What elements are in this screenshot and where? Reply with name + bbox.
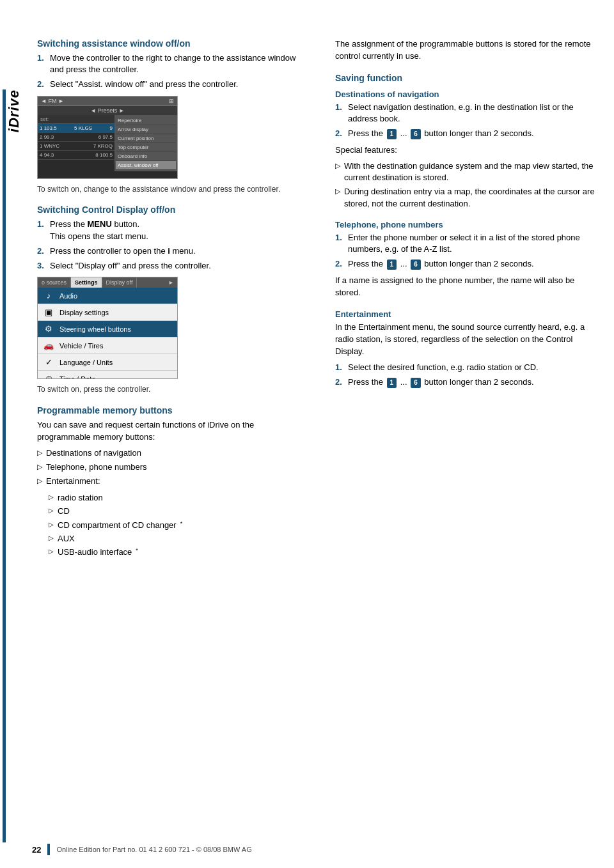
settings-item-steering[interactable]: ⚙ Steering wheel buttons xyxy=(38,321,177,337)
step-2: 2. Select "Assist. window off" and press… xyxy=(37,79,303,90)
programmable-bullets: Destinations of navigation Telephone, ph… xyxy=(37,447,303,488)
menu-item-repertoire: Repertoire xyxy=(116,116,176,125)
bullet-telephone: Telephone, phone numbers xyxy=(37,461,303,473)
screen-row-4: 4 94.38 100.5 xyxy=(38,151,114,160)
ent-step-1: 1. Select the desired function, e.g. rad… xyxy=(335,362,601,373)
telephone-note: If a name is assigned to the phone numbe… xyxy=(335,275,601,299)
heading-telephone: Telephone, phone numbers xyxy=(335,220,601,229)
screen-right-menu: Repertoire Arrow display Current positio… xyxy=(114,115,177,171)
special-features-bullets: With the destination guidance system and… xyxy=(335,160,601,210)
sub-bullet-radio: radio station xyxy=(49,492,303,504)
programmable-note: The assignment of the programmable butto… xyxy=(335,38,601,63)
screen-row-3: 1 WNYC7 KROQ xyxy=(38,142,114,151)
tab-settings[interactable]: Settings xyxy=(71,277,102,288)
language-icon: ✓ xyxy=(43,357,54,367)
left-column: Switching assistance window off/on 1. Mo… xyxy=(37,38,310,842)
cd-step-2: 2. Press the controller to open the i me… xyxy=(37,245,303,257)
cd-step-1: 1. Press the MENU button.This opens the … xyxy=(37,219,303,242)
settings-tab-bar: o sources Settings Display off ► xyxy=(38,277,177,288)
heading-saving-function: Saving function xyxy=(335,73,601,83)
audio-icon: ♪ xyxy=(43,291,54,300)
ent-btn-6-badge: 6 xyxy=(411,378,421,388)
entertainment-intro: In the Entertainment menu, the sound sou… xyxy=(335,322,601,358)
page-footer: 22 Online Edition for Part no. 01 41 2 6… xyxy=(0,844,614,855)
time-icon: ◷ xyxy=(43,374,54,379)
page-number: 22 xyxy=(32,845,41,855)
subsection-telephone: Telephone, phone numbers 1. Enter the ph… xyxy=(335,220,601,299)
screen-left: set: 1 103.55 KLGS9 2 99.36 97.5 1 WNYC7… xyxy=(38,115,114,171)
vehicle-label: Vehicle / Tires xyxy=(59,342,103,350)
tab-sources[interactable]: o sources xyxy=(38,277,71,288)
display-icon: ▣ xyxy=(43,307,54,317)
switching-assistance-steps: 1. Move the controller to the right to c… xyxy=(37,52,303,91)
dest-step-2: 2. Press the 1 ... 6 button longer than … xyxy=(335,128,601,139)
caption-control-display: To switch on, press the controller. xyxy=(37,384,303,395)
dest-step-1: 1. Select navigation destination, e.g. i… xyxy=(335,102,601,125)
menu-item-arrow: Arrow display xyxy=(116,125,176,134)
footer-text: Online Edition for Part no. 01 41 2 600 … xyxy=(56,846,251,853)
section-switching-assistance: Switching assistance window off/on 1. Mo… xyxy=(37,38,303,194)
entertainment-steps: 1. Select the desired function, e.g. rad… xyxy=(335,362,601,388)
screen-presets: ◄ Presets ► xyxy=(38,106,177,115)
steering-icon: ⚙ xyxy=(43,324,54,334)
btn-1-badge: 1 xyxy=(387,129,397,139)
page-container: iDrive Switching assistance window off/o… xyxy=(0,0,614,868)
side-tab: iDrive xyxy=(0,38,24,842)
vehicle-icon: 🚗 xyxy=(43,341,54,350)
language-label: Language / Units xyxy=(59,359,113,366)
sub-bullet-cd: CD xyxy=(49,506,303,517)
programmable-note-block: The assignment of the programmable butto… xyxy=(335,38,601,63)
tel-step-2: 2. Press the 1 ... 6 button longer than … xyxy=(335,258,601,270)
bullet-entertainment: Entertainment: xyxy=(37,476,303,487)
i-bold: i xyxy=(168,246,170,256)
section-saving-function: Saving function Destinations of navigati… xyxy=(335,73,601,388)
section-control-display: Switching Control Display off/on 1. Pres… xyxy=(37,205,303,395)
menu-item-assist: Assist. window off xyxy=(116,161,176,170)
special-features-label: Special features: xyxy=(335,144,601,157)
sf-bullet-2: During destination entry via a map, the … xyxy=(335,186,601,209)
tel-btn-6-badge: 6 xyxy=(411,260,421,270)
telephone-steps: 1. Enter the phone number or select it i… xyxy=(335,232,601,270)
display-label: Display settings xyxy=(59,309,109,316)
screen-settings: o sources Settings Display off ► ♪ Audio… xyxy=(37,277,178,379)
destinations-steps: 1. Select navigation destination, e.g. i… xyxy=(335,102,601,140)
section-programmable-memory: Programmable memory buttons You can save… xyxy=(37,405,303,558)
heading-entertainment: Entertainment xyxy=(335,309,601,319)
footer-bar xyxy=(47,844,50,855)
right-column: The assignment of the programmable butto… xyxy=(329,38,601,842)
sf-bullet-1: With the destination guidance system and… xyxy=(335,160,601,183)
screen-row-1: 1 103.55 KLGS9 xyxy=(38,124,114,133)
screen-top-bar: ◄ FM ► ⊞ xyxy=(38,97,177,106)
settings-item-time[interactable]: ◷ Time / Date xyxy=(38,371,177,379)
menu-bold: MENU xyxy=(88,219,112,229)
sub-bullet-usb: USB-audio interface* xyxy=(49,546,303,558)
settings-item-display[interactable]: ▣ Display settings xyxy=(38,304,177,321)
subsection-entertainment: Entertainment In the Entertainment menu,… xyxy=(335,309,601,388)
menu-item-onboard: Onboard info xyxy=(116,152,176,161)
btn-6-badge: 6 xyxy=(411,129,421,139)
tel-step-1: 1. Enter the phone number or select it i… xyxy=(335,232,601,255)
tab-play[interactable]: ► xyxy=(165,277,177,288)
time-label: Time / Date xyxy=(59,375,95,380)
sub-bullet-aux: AUX xyxy=(49,533,303,545)
settings-item-audio[interactable]: ♪ Audio xyxy=(38,288,177,304)
caption-switching-assistance: To switch on, change to the assistance w… xyxy=(37,184,303,195)
tab-display-off[interactable]: Display off xyxy=(102,277,138,288)
screen-assistance-window: ◄ FM ► ⊞ ◄ Presets ► set: 1 103.55 KLGS9… xyxy=(37,96,178,179)
tel-btn-1-badge: 1 xyxy=(387,260,397,270)
bullet-destinations: Destinations of navigation xyxy=(37,447,303,459)
heading-programmable-memory: Programmable memory buttons xyxy=(37,405,303,415)
audio-label: Audio xyxy=(59,292,77,300)
main-content: Switching assistance window off/on 1. Mo… xyxy=(24,38,614,842)
settings-item-vehicle[interactable]: 🚗 Vehicle / Tires xyxy=(38,337,177,354)
ent-btn-1-badge: 1 xyxy=(387,378,397,388)
subsection-destinations: Destinations of navigation 1. Select nav… xyxy=(335,89,601,210)
heading-control-display: Switching Control Display off/on xyxy=(37,205,303,215)
screen-row-2: 2 99.36 97.5 xyxy=(38,133,114,142)
menu-item-current: Current position xyxy=(116,134,176,143)
side-blue-bar xyxy=(3,89,6,842)
heading-destinations: Destinations of navigation xyxy=(335,89,601,99)
heading-switching-assistance: Switching assistance window off/on xyxy=(37,38,303,49)
settings-item-language[interactable]: ✓ Language / Units xyxy=(38,354,177,371)
screen-content: set: 1 103.55 KLGS9 2 99.36 97.5 1 WNYC7… xyxy=(38,115,177,171)
